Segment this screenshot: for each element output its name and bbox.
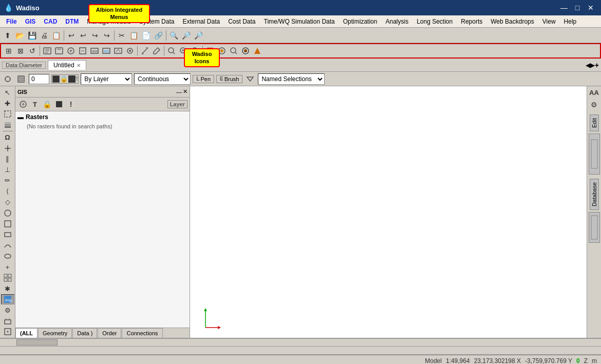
open-button[interactable]: 📂 [14,30,26,41]
menu-view[interactable]: View [538,17,560,26]
vtool-select-rect[interactable] [1,109,14,119]
maximize-button[interactable]: □ [571,2,584,13]
linetype-select[interactable]: Continuous [134,73,191,85]
vtool-gear[interactable]: ⚙ [1,305,14,315]
vtool-angle[interactable]: ⟨ [1,186,14,197]
gis-add-button[interactable] [17,99,29,110]
vtool-grid2[interactable] [1,273,14,283]
database-panel-label[interactable]: Database [590,179,599,210]
tab-next-button[interactable]: ▶ [590,62,595,69]
menu-reports[interactable]: Reports [457,17,486,26]
close-button[interactable]: ✕ [585,2,597,13]
wad-search-btn[interactable] [166,45,177,56]
horizontal-scrollbar[interactable] [0,338,601,347]
cut-button[interactable]: ✂ [116,30,127,41]
wad-btn-8[interactable]: abc [89,45,100,56]
paste-button[interactable]: 📄 [140,30,152,41]
vtool-plus[interactable]: + [1,262,14,272]
tree-collapse-icon[interactable]: ▬ [17,113,24,121]
menu-external-data[interactable]: External Data [178,17,224,26]
vtool-diamond[interactable]: ◇ [1,197,14,207]
vtool-node[interactable] [1,143,14,154]
redo2-button[interactable]: ↪ [101,30,112,41]
vtool-arc[interactable] [1,240,14,251]
canvas-area[interactable] [190,86,587,338]
menu-cost-data[interactable]: Cost Data [224,17,259,26]
vtool-cross[interactable]: ✚ [1,98,14,108]
menu-analysis[interactable]: Analysis [381,17,412,26]
preview-button[interactable]: 📋 [50,30,62,41]
menu-help[interactable]: Help [560,17,581,26]
zoom-out-button[interactable]: 🔎 [193,30,204,41]
redo-button[interactable]: ↪ [89,30,101,41]
pen-button[interactable]: L Pen [193,75,214,83]
layer-input[interactable]: 0 [29,74,49,84]
wad-tool-btn[interactable] [151,45,162,56]
snap-button[interactable] [2,73,13,85]
wad-btn-1[interactable]: ⊞ [3,45,14,56]
print-button[interactable]: 🖨 [39,30,50,41]
search-button[interactable]: 🔍 [168,30,180,41]
wad-scale-btn[interactable] [139,45,151,56]
tab-close-icon[interactable]: ✕ [77,63,81,68]
undo-button[interactable]: ↩ [66,30,77,41]
gis-black-button[interactable] [53,99,65,110]
link-button[interactable]: 🔗 [153,30,164,41]
vtool-image[interactable]: img [1,294,14,304]
grid-button[interactable] [15,73,27,85]
tab-untitled[interactable]: Untitled ✕ [48,60,86,70]
vtool-layers[interactable] [1,120,14,130]
gis-tab-data[interactable]: Data ) [72,328,97,338]
gis-tab-geometry[interactable]: Geometry [38,328,72,338]
gis-minimize-button[interactable]: — [176,88,182,95]
new-button[interactable]: ⬆ [2,30,13,41]
brush-button[interactable]: E Brush [216,75,242,83]
wad-btn-11[interactable] [124,45,136,56]
by-layer-select[interactable]: By Layer [81,73,132,85]
wad-btn-3[interactable]: ↺ [27,45,38,56]
copy-button[interactable]: 📋 [128,30,140,41]
menu-dtm[interactable]: DTM [61,17,83,26]
vtool-perp[interactable]: ⊥ [1,165,14,175]
wad-btn-4[interactable] [42,45,53,56]
vtool-arrow[interactable]: ↖ [1,87,14,98]
add-tab-button[interactable]: + [595,61,599,69]
gis-text-button[interactable]: T [29,99,41,110]
menu-timewq[interactable]: Time/WQ Simulation Data [260,17,339,26]
vtool-ellipse[interactable] [1,251,14,261]
vtool-square2[interactable] [1,327,14,337]
menu-optimization[interactable]: Optimization [339,17,382,26]
vtool-parallel[interactable]: ∥ [1,154,14,164]
zoom-in-button[interactable]: 🔎 [180,30,192,41]
wad-btn-5[interactable] [53,45,65,56]
wad-btn-6[interactable] [65,45,77,56]
gis-lock-button[interactable]: 🔒 [41,99,53,110]
aa-button[interactable]: AA [588,88,600,97]
gis-tab-order[interactable]: Order [98,328,121,338]
edit-panel-label[interactable]: Edit [590,114,599,131]
menu-cad[interactable]: CAD [40,17,61,26]
gis-tab-all[interactable]: (ALL [15,328,37,338]
wad-zoom-btn[interactable] [228,45,239,56]
vtool-omega[interactable]: Ω [1,132,14,143]
tab-prev-button[interactable]: ◀ [586,62,590,69]
menu-long-section[interactable]: Long Section [412,17,457,26]
undo2-button[interactable]: ↩ [78,30,89,41]
arrow-button[interactable] [245,73,256,85]
vtool-star[interactable]: ✱ [1,283,14,294]
wad-btn-10[interactable] [112,45,124,56]
vtool-circle[interactable] [1,208,14,218]
wad-btn-7[interactable] [77,45,88,56]
wad-up-btn[interactable] [252,45,263,56]
vtool-rect[interactable] [1,219,14,229]
menu-web-backdrops[interactable]: Web Backdrops [486,17,538,26]
wad-btn-9[interactable]: abc [101,45,112,56]
vtool-square1[interactable] [1,316,14,326]
named-selections-select[interactable]: Named Selections [258,73,325,85]
gear-icon-button[interactable]: ⚙ [589,99,600,110]
wad-btn-2[interactable]: ⊠ [15,45,26,56]
gis-excl-button[interactable]: ! [65,99,77,110]
gis-close-button[interactable]: ✕ [183,88,187,95]
menu-file[interactable]: File [2,17,21,26]
gis-tab-connections[interactable]: Connections [122,328,162,338]
